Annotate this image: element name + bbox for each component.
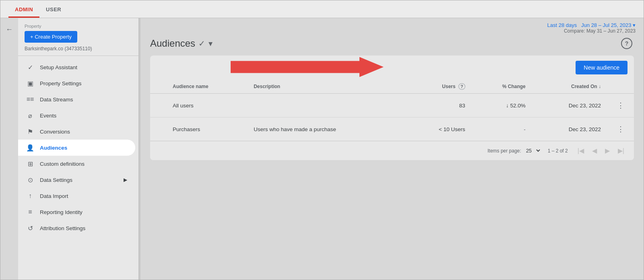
data-import-icon: ↑ — [26, 192, 34, 200]
attribution-settings-icon: ↺ — [26, 224, 34, 232]
main-layout: ← Property + Create Property Barksinthep… — [0, 18, 644, 280]
content-area: Last 28 days Jun 28 – Jul 25, 2023 ▾ Com… — [140, 18, 644, 280]
row-created-on: Dec 23, 2022 — [532, 117, 607, 141]
table-toolbar: New audience — [150, 56, 634, 80]
sidebar-item-label-conversions: Conversions — [40, 129, 70, 135]
row-actions-cell: ⋮ — [607, 94, 634, 117]
sidebar-item-events[interactable]: ⌀Events — [18, 107, 135, 124]
col-header-audience-name: Audience name — [166, 80, 247, 94]
sidebar-item-attribution-settings[interactable]: ↺Attribution Settings — [18, 220, 135, 236]
date-label: Last 28 days — [547, 22, 577, 28]
users-info-icon[interactable]: ? — [458, 83, 465, 90]
date-range-value: Jun 28 – Jul 25, 2023 ▾ — [581, 22, 636, 28]
row-checkbox-cell — [150, 117, 166, 141]
sidebar-item-data-streams[interactable]: ≡≡Data Streams — [18, 91, 135, 107]
svg-marker-0 — [231, 57, 384, 77]
date-range-selector[interactable]: Last 28 days Jun 28 – Jul 25, 2023 ▾ — [547, 22, 636, 28]
table-row: PurchasersUsers who have made a purchase… — [150, 117, 634, 141]
table-row: All users83↓ 52.0%Dec 23, 2022⋮ — [150, 94, 634, 117]
data-settings-icon: ⊙ — [26, 176, 34, 184]
sidebar-item-label-custom-definitions: Custom definitions — [40, 161, 85, 167]
items-per-page-select[interactable]: 25 50 100 — [524, 147, 541, 154]
content-header: Last 28 days Jun 28 – Jul 25, 2023 ▾ Com… — [140, 18, 644, 38]
next-page-button[interactable]: ▶ — [602, 145, 613, 156]
page-info: 1 – 2 of 2 — [548, 148, 568, 154]
top-tab-bar: ADMIN USER — [0, 0, 644, 18]
col-header-created-on[interactable]: Created On ↓ — [532, 80, 607, 94]
pagination-nav: |◀ ◀ ▶ ▶| — [574, 145, 627, 156]
title-dropdown-icon[interactable]: ▾ — [208, 39, 213, 48]
table-header-row: Audience name Description Users ? — [150, 80, 634, 94]
first-page-button[interactable]: |◀ — [574, 145, 587, 156]
sidebar-item-label-reporting-identity: Reporting Identity — [40, 209, 83, 215]
collapse-sidebar-button[interactable]: ← — [4, 24, 14, 35]
sidebar-item-label-attribution-settings: Attribution Settings — [40, 225, 85, 231]
events-icon: ⌀ — [26, 111, 34, 119]
row-more-button[interactable]: ⋮ — [614, 123, 627, 135]
sidebar-item-data-settings[interactable]: ⊙Data Settings▶ — [18, 172, 135, 188]
sidebar-item-reporting-identity[interactable]: ≡Reporting Identity — [18, 204, 135, 220]
row-more-button[interactable]: ⋮ — [614, 99, 627, 111]
row-users: 83 — [406, 94, 472, 117]
row-checkbox-cell — [150, 94, 166, 117]
verified-icon: ✓ — [198, 39, 205, 48]
sidebar: Property + Create Property Barksinthepar… — [18, 18, 139, 280]
row-change: - — [472, 117, 532, 141]
new-audience-button[interactable]: New audience — [576, 61, 627, 74]
create-property-button[interactable]: + Create Property — [25, 31, 77, 43]
row-created-on: Dec 23, 2022 — [532, 94, 607, 117]
table-footer: Items per page: 25 50 100 1 – 2 of 2 |◀ … — [150, 141, 634, 160]
conversions-icon: ⚑ — [26, 128, 34, 136]
items-per-page: Items per page: 25 50 100 — [487, 147, 541, 154]
app-container: ADMIN USER ← Property + Create Property … — [0, 0, 644, 280]
page-title: Audiences ✓ ▾ — [150, 38, 213, 49]
prev-page-button[interactable]: ◀ — [589, 145, 600, 156]
audiences-title-text: Audiences — [150, 38, 195, 49]
sidebar-item-custom-definitions[interactable]: ⊞Custom definitions — [18, 156, 135, 172]
sidebar-item-conversions[interactable]: ⚑Conversions — [18, 124, 135, 140]
row-actions-cell: ⋮ — [607, 117, 634, 141]
custom-definitions-icon: ⊞ — [26, 160, 34, 168]
audiences-table: Audience name Description Users ? — [150, 80, 634, 141]
sidebar-item-label-audiences: Audiences — [40, 145, 67, 151]
table-body: All users83↓ 52.0%Dec 23, 2022⋮Purchaser… — [150, 94, 634, 141]
col-header-description: Description — [247, 80, 406, 94]
property-label: Property — [25, 24, 132, 29]
audiences-icon: 👤 — [26, 144, 34, 152]
last-page-button[interactable]: ▶| — [615, 145, 627, 156]
tab-user[interactable]: USER — [39, 2, 68, 18]
tab-admin[interactable]: ADMIN — [8, 2, 39, 18]
col-header-users[interactable]: Users ? — [406, 80, 472, 94]
sidebar-item-setup-assistant[interactable]: ✓Setup Assistant — [18, 59, 135, 75]
sidebar-item-label-data-import: Data Import — [40, 193, 68, 199]
content-body: Audiences ✓ ▾ ? — [140, 38, 644, 280]
audiences-table-container: New audience Audience name Descrip — [150, 56, 634, 160]
page-title-row: Audiences ✓ ▾ ? — [150, 38, 634, 49]
sidebar-nav: ✓Setup Assistant▣Property Settings≡≡Data… — [18, 56, 138, 239]
sidebar-item-label-events: Events — [40, 113, 56, 119]
sidebar-item-audiences[interactable]: 👤Audiences — [18, 140, 135, 156]
sidebar-item-label-data-settings: Data Settings — [40, 177, 72, 183]
table-header: Audience name Description Users ? — [150, 80, 634, 94]
collapse-panel: ← — [0, 18, 18, 280]
items-per-page-label: Items per page: — [487, 148, 521, 154]
col-header-actions — [607, 80, 634, 94]
sidebar-item-label-setup-assistant: Setup Assistant — [40, 64, 77, 70]
row-audience-name: Purchasers — [166, 117, 247, 141]
data-settings-expand-icon: ▶ — [124, 177, 127, 183]
row-audience-name: All users — [166, 94, 247, 117]
arrow-annotation-left — [231, 57, 384, 78]
sidebar-item-label-property-settings: Property Settings — [40, 80, 82, 86]
setup-assistant-icon: ✓ — [26, 63, 34, 71]
property-name: Barksinthepark.co (347335110) — [25, 46, 132, 51]
col-header-name — [150, 80, 166, 94]
sidebar-item-data-import[interactable]: ↑Data Import — [18, 188, 135, 204]
row-users: < 10 Users — [406, 117, 472, 141]
left-arrow-svg — [231, 57, 384, 77]
sidebar-item-property-settings[interactable]: ▣Property Settings — [18, 75, 135, 91]
help-button[interactable]: ? — [621, 38, 632, 49]
property-settings-icon: ▣ — [26, 79, 34, 87]
property-header: Property + Create Property Barksinthepar… — [18, 18, 138, 56]
sidebar-item-label-data-streams: Data Streams — [40, 97, 73, 103]
reporting-identity-icon: ≡ — [26, 208, 34, 216]
